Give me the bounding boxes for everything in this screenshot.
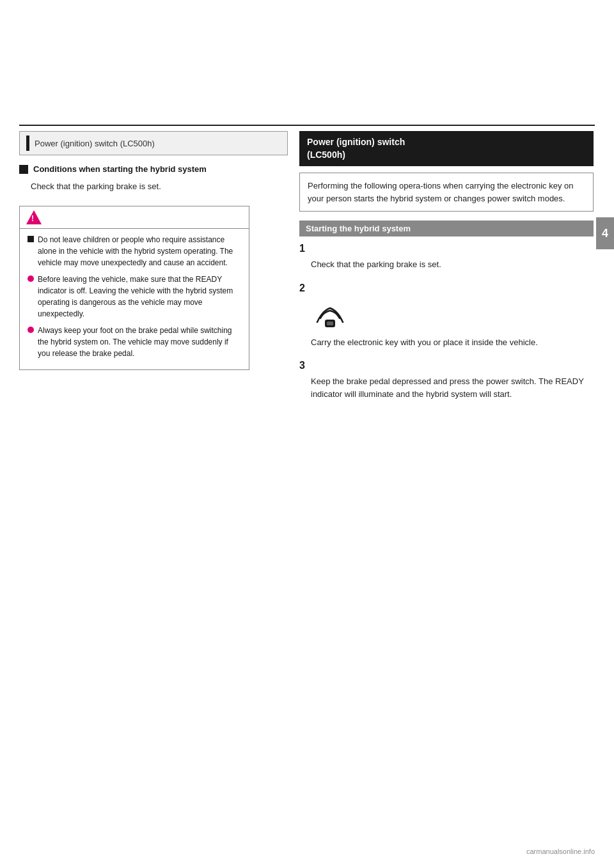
warning-item-3: Always keep your foot on the brake pedal… — [28, 325, 241, 359]
left-column: Power (ignition) switch (LC500h) Conditi… — [19, 131, 288, 370]
left-section-title-text: Conditions when starting the hybrid syst… — [33, 164, 207, 174]
tab-number: 4 — [596, 217, 614, 249]
power-title-line1: Power (ignition) switch — [307, 137, 405, 147]
warning-text-1: Do not leave children or people who requ… — [38, 234, 241, 268]
wireless-key-icon-box — [311, 299, 349, 331]
step-1-block: 1 Check that the parking brake is set. — [299, 243, 594, 271]
right-column: Power (ignition) switch (LC500h) Perform… — [299, 131, 594, 412]
left-bar-accent — [26, 136, 29, 151]
step-2-number: 2 — [299, 283, 594, 294]
left-text-1: Check that the parking brake is set. — [31, 180, 288, 193]
step-2-num-label: 2 — [299, 283, 305, 293]
starting-hybrid-section-header: Starting the hybrid system — [299, 221, 594, 236]
warning-text-3: Always keep your foot on the brake pedal… — [38, 325, 241, 359]
warning-item-1: Do not leave children or people who requ… — [28, 234, 241, 268]
svg-rect-1 — [327, 322, 333, 325]
tab-number-label: 4 — [602, 227, 608, 240]
left-top-title-box: Power (ignition) switch (LC500h) — [19, 131, 288, 155]
power-title-box: Power (ignition) switch (LC500h) — [299, 131, 594, 166]
black-square-bullet — [19, 165, 28, 174]
step-2-text: Carry the electronic key with you or pla… — [311, 336, 594, 349]
step-3-number: 3 — [299, 360, 594, 371]
left-top-title-text: Power (ignition) switch (LC500h) — [35, 139, 155, 148]
watermark-text: carmanualsonline.info — [526, 848, 595, 855]
warning-circle-bullet-2 — [28, 275, 34, 282]
step-1-text: Check that the parking brake is set. — [311, 258, 594, 271]
warning-square-bullet-1 — [28, 236, 34, 242]
warning-body: Do not leave children or people who requ… — [20, 229, 249, 369]
wireless-key-icon — [311, 299, 349, 330]
warning-triangle-icon — [26, 210, 42, 224]
step-3-num-label: 3 — [299, 360, 305, 371]
page-container: 4 Power (ignition) switch (LC500h) Condi… — [0, 0, 614, 868]
left-section-block: Conditions when starting the hybrid syst… — [19, 164, 288, 193]
warning-item-2: Before leaving the vehicle, make sure th… — [28, 274, 241, 320]
warning-circle-bullet-3 — [28, 327, 34, 333]
step-3-block: 3 Keep the brake pedal depressed and pre… — [299, 360, 594, 400]
watermark: carmanualsonline.info — [526, 848, 595, 855]
warning-header — [20, 206, 249, 229]
top-divider-line — [19, 125, 595, 126]
warning-text-2: Before leaving the vehicle, make sure th… — [38, 274, 241, 320]
info-box-text: Performing the following opera-tions whe… — [308, 181, 574, 203]
step-1-num-label: 1 — [299, 243, 305, 254]
power-title-line2: (LC500h) — [307, 150, 345, 160]
step-3-text: Keep the brake pedal depressed and press… — [311, 375, 594, 400]
left-section-header-row: Conditions when starting the hybrid syst… — [19, 164, 288, 174]
section-header-text: Starting the hybrid system — [306, 224, 411, 233]
step-1-number: 1 — [299, 243, 594, 254]
warning-box: Do not leave children or people who requ… — [19, 206, 249, 370]
info-box: Performing the following opera-tions whe… — [299, 173, 594, 212]
step-2-block: 2 Carry the electronic key with you or p… — [299, 283, 594, 349]
